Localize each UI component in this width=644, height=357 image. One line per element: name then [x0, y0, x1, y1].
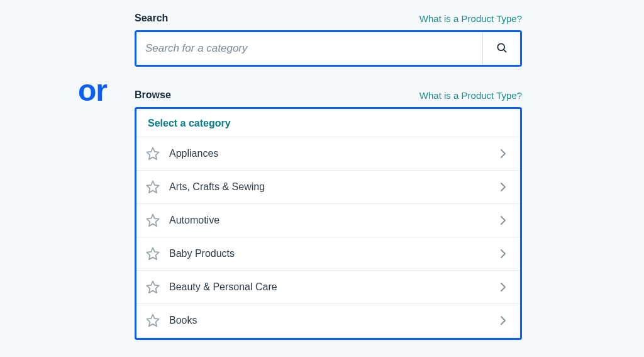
- category-row[interactable]: Books: [136, 304, 520, 337]
- chevron-right-icon: [497, 315, 509, 326]
- category-row[interactable]: Arts, Crafts & Sewing: [136, 171, 520, 204]
- search-input[interactable]: [136, 32, 482, 65]
- star-icon[interactable]: [145, 246, 160, 261]
- svg-line-1: [503, 49, 506, 52]
- category-label: Arts, Crafts & Sewing: [169, 181, 497, 193]
- search-section-title: Search: [135, 13, 168, 24]
- svg-marker-6: [147, 281, 158, 293]
- category-label: Beauty & Personal Care: [169, 281, 497, 293]
- search-button[interactable]: [482, 32, 520, 65]
- svg-marker-7: [147, 315, 158, 327]
- star-icon[interactable]: [145, 213, 160, 228]
- category-list[interactable]: Appliances Arts, Crafts & Sewing: [136, 137, 520, 339]
- category-row[interactable]: Beauty & Personal Care: [136, 271, 520, 304]
- svg-marker-3: [147, 181, 158, 193]
- star-icon[interactable]: [145, 179, 160, 195]
- svg-marker-5: [147, 248, 158, 260]
- category-label: Books: [169, 315, 497, 326]
- search-box: [135, 30, 522, 67]
- category-label: Appliances: [169, 148, 497, 159]
- svg-marker-4: [147, 215, 158, 227]
- svg-marker-2: [147, 148, 158, 160]
- chevron-right-icon: [497, 281, 509, 293]
- search-icon: [496, 42, 508, 56]
- category-row[interactable]: Baby Products: [136, 237, 520, 271]
- star-icon[interactable]: [145, 280, 160, 295]
- category-row[interactable]: Automotive: [136, 204, 520, 237]
- category-label: Baby Products: [169, 248, 497, 259]
- chevron-right-icon: [497, 215, 509, 226]
- svg-point-0: [497, 43, 504, 50]
- browse-help-link[interactable]: What is a Product Type?: [419, 90, 522, 101]
- select-category-header: Select a category: [136, 109, 520, 137]
- browse-box: Select a category Appliances: [135, 107, 522, 340]
- category-label: Automotive: [169, 215, 497, 226]
- chevron-right-icon: [497, 148, 509, 159]
- chevron-right-icon: [497, 181, 509, 193]
- star-icon[interactable]: [145, 146, 160, 161]
- chevron-right-icon: [497, 248, 509, 259]
- category-row[interactable]: Appliances: [136, 137, 520, 171]
- or-divider-label: or: [78, 73, 107, 108]
- browse-section-title: Browse: [135, 89, 171, 101]
- search-help-link[interactable]: What is a Product Type?: [419, 13, 522, 24]
- star-icon[interactable]: [145, 313, 160, 328]
